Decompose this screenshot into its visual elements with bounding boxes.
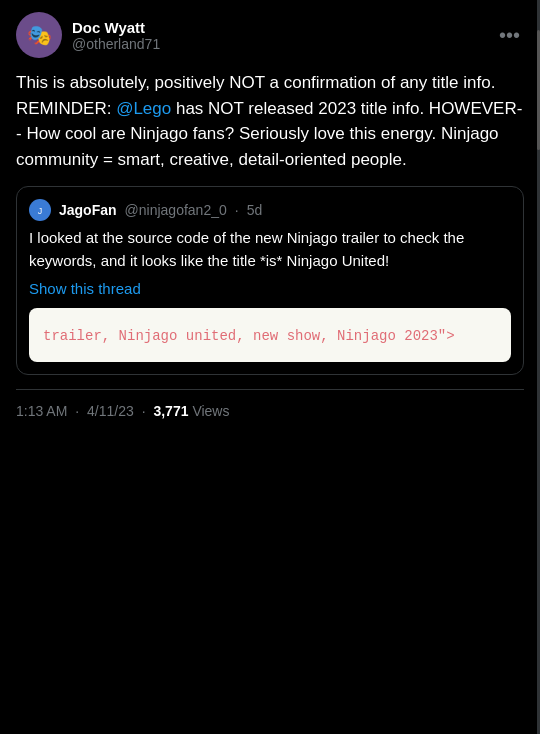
tweet-header: 🎭 Doc Wyatt @otherland71 ••• — [16, 12, 524, 58]
code-block: trailer, Ninjago united, new show, Ninja… — [29, 308, 511, 362]
tweet-body: This is absolutely, positively NOT a con… — [16, 70, 524, 172]
author-handle: @otherland71 — [72, 36, 160, 52]
page-wrapper: 🎭 Doc Wyatt @otherland71 ••• This is abs… — [0, 0, 540, 734]
more-options-button[interactable]: ••• — [495, 20, 524, 51]
tweet-container: 🎭 Doc Wyatt @otherland71 ••• This is abs… — [0, 0, 540, 432]
quoted-author-handle: @ninjagofan2_0 — [125, 202, 227, 218]
tweet-views-count: 3,771 — [153, 403, 188, 419]
show-thread-link[interactable]: Show this thread — [29, 280, 141, 297]
code-text: trailer, Ninjago united, new show, Ninja… — [43, 328, 455, 344]
footer-dot2: · — [142, 403, 146, 419]
quoted-avatar: J — [29, 199, 51, 221]
tweet-author: 🎭 Doc Wyatt @otherland71 — [16, 12, 160, 58]
quoted-tweet-header: J JagoFan @ninjagofan2_0 · 5d — [29, 199, 511, 221]
quoted-author-name: JagoFan — [59, 202, 117, 218]
quoted-tweet-body: I looked at the source code of the new N… — [29, 227, 511, 272]
quoted-tweet[interactable]: J JagoFan @ninjagofan2_0 · 5d I looked a… — [16, 186, 524, 375]
tweet-meta: 1:13 AM · 4/11/23 · 3,771 Views — [16, 403, 229, 419]
quoted-time: 5d — [247, 202, 263, 218]
tweet-time: 1:13 AM — [16, 403, 67, 419]
mention-lego[interactable]: @Lego — [116, 99, 171, 118]
tweet-date: 4/11/23 — [87, 403, 134, 419]
footer-dot1: · — [75, 403, 79, 419]
quoted-dot: · — [235, 202, 239, 218]
svg-text:J: J — [38, 206, 43, 216]
author-info: Doc Wyatt @otherland71 — [72, 19, 160, 52]
avatar: 🎭 — [16, 12, 62, 58]
author-name: Doc Wyatt — [72, 19, 160, 36]
tweet-views-label: Views — [192, 403, 229, 419]
tweet-footer: 1:13 AM · 4/11/23 · 3,771 Views — [16, 389, 524, 432]
